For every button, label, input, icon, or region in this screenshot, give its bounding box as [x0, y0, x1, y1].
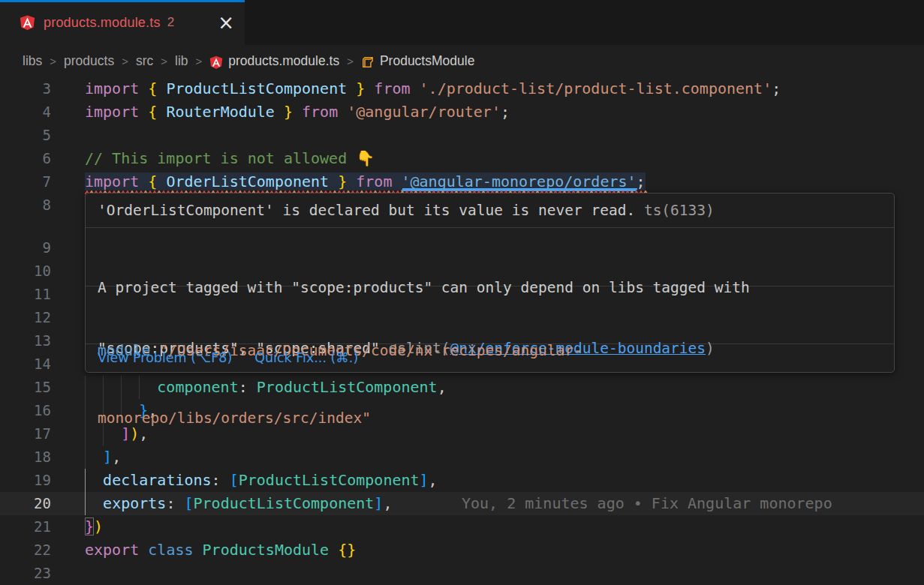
hover-popup: 'OrderListComponent' is declared but its… [85, 193, 895, 373]
line-number[interactable]: 13 [0, 329, 51, 352]
ts-message-text: 'OrderListComponent' is declared but its… [98, 202, 635, 219]
code-line[interactable]: import { RouterModule } from '@angular/r… [85, 100, 510, 124]
hover-ts-message: 'OrderListComponent' is declared but its… [86, 194, 894, 227]
line-number[interactable]: 15 [0, 376, 51, 399]
line-number[interactable]: 18 [0, 446, 51, 469]
chevron-right-icon: > [49, 55, 57, 68]
breadcrumb-item-libs[interactable]: libs [23, 53, 42, 69]
breadcrumb-item-symbol[interactable]: ProductsModule [380, 53, 474, 69]
problem-count-badge: 2 [167, 15, 174, 30]
code-line[interactable]: // This import is not allowed 👇 [85, 147, 375, 170]
tab-close-icon[interactable]: × [218, 13, 234, 32]
line-number[interactable]: 6 [0, 147, 51, 170]
line-number[interactable]: 23 [0, 562, 51, 585]
tab-bar: products.module.ts 2 × [0, 0, 924, 45]
tab-products-module[interactable]: products.module.ts 2 × [0, 0, 245, 45]
angular-icon [209, 56, 223, 69]
ts-error-code: ts(6133) [635, 202, 715, 219]
line-number[interactable]: 16 [0, 399, 51, 422]
line-number[interactable]: 3 [0, 77, 51, 100]
breadcrumb-item-lib[interactable]: lib [175, 53, 188, 69]
view-problem-link[interactable]: View Problem (⌥F8) [98, 344, 232, 372]
code-line[interactable]: }) [85, 515, 103, 538]
chevron-right-icon: > [346, 55, 354, 68]
line-number[interactable]: 19 [0, 469, 51, 492]
code-line[interactable]: import { ProductListComponent } from './… [85, 77, 781, 100]
module-path-line2: monorepo/libs/orders/src/index" [98, 407, 882, 430]
line-number[interactable]: 12 [0, 306, 51, 329]
breadcrumb-item-products[interactable]: products [64, 53, 114, 69]
editor: 34567891011121314151617181920212223 impo… [0, 77, 924, 585]
active-tab-indicator [0, 0, 245, 2]
line-number[interactable]: 14 [0, 352, 51, 376]
breadcrumb-item-file[interactable]: products.module.ts [228, 53, 339, 69]
chevron-right-icon: > [121, 55, 129, 68]
line-number[interactable]: 5 [0, 124, 51, 147]
breadcrumb: libs > products > src > lib > products.m… [0, 45, 924, 77]
line-number[interactable]: 11 [0, 283, 51, 306]
chevron-right-icon: > [160, 55, 168, 68]
code-line[interactable]: exports: [ProductListComponent], [85, 492, 392, 515]
line-number[interactable]: 9 [0, 236, 51, 260]
line-number[interactable]: 21 [0, 515, 51, 538]
line-number[interactable]: 4 [0, 100, 51, 124]
chevron-right-icon: > [195, 55, 203, 68]
hover-eslint-message: A project tagged with "scope:products" c… [86, 227, 894, 286]
symbol-class-icon [361, 56, 375, 69]
tab-title: products.module.ts [44, 15, 161, 31]
line-number[interactable]: 8 [0, 194, 51, 217]
quick-fix-link[interactable]: Quick Fix... (⌘.) [254, 344, 358, 372]
line-number[interactable]: 20 [0, 492, 51, 515]
line-number[interactable]: 17 [0, 422, 51, 446]
blame-annotation: You, 2 minutes ago • Fix Angular monorep… [462, 492, 832, 515]
line-number[interactable]: 10 [0, 260, 51, 283]
line-number[interactable]: 22 [0, 538, 51, 562]
line-number[interactable]: 7 [0, 170, 51, 194]
code-line[interactable]: export class ProductsModule {} [85, 538, 356, 562]
angular-icon [20, 14, 35, 31]
breadcrumb-item-src[interactable]: src [136, 53, 153, 69]
